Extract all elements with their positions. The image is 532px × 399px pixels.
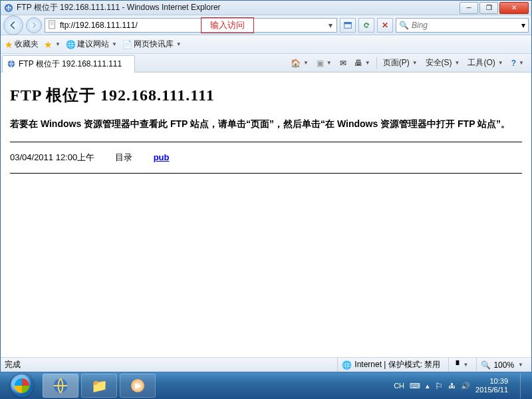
msg-bold: “在 Windows 资源管理器中打开 FTP 站点” xyxy=(321,118,501,129)
ie-small-icon xyxy=(7,59,16,68)
zoom-icon: 🔍 xyxy=(481,360,491,370)
search-dropdown[interactable]: ▾ xyxy=(521,21,525,30)
help-button[interactable]: ?▼ xyxy=(508,56,527,70)
clock-date: 2015/6/11 xyxy=(475,386,508,394)
favorites-button[interactable]: ★收藏夹 xyxy=(5,39,39,50)
msg-part: ，然后单击 xyxy=(274,118,321,129)
chevron-down-icon: ▼ xyxy=(176,41,182,47)
print-button[interactable]: 🖶▼ xyxy=(351,56,374,70)
window-controls: ─ ❐ ✕ xyxy=(460,2,529,14)
back-button[interactable] xyxy=(3,15,23,35)
tray-network-icon[interactable]: 🖧 xyxy=(448,382,456,390)
show-desktop-button[interactable] xyxy=(520,373,528,398)
titlebar: FTP 根位于 192.168.111.111 - Windows Intern… xyxy=(1,1,531,15)
msg-part: 。 xyxy=(501,118,510,129)
safety-menu[interactable]: 安全(S)▼ xyxy=(422,56,464,70)
mail-button[interactable]: ✉ xyxy=(336,56,350,70)
chevron-down-icon: ▼ xyxy=(455,60,460,66)
ie-window: FTP 根位于 192.168.111.111 - Windows Intern… xyxy=(0,0,532,372)
start-button[interactable] xyxy=(4,373,40,398)
rss-icon: ▣ xyxy=(317,59,324,68)
ime-indicator[interactable]: CH xyxy=(394,382,404,390)
chevron-down-icon: ▼ xyxy=(365,60,370,66)
home-icon: 🏠 xyxy=(291,59,301,68)
forward-button[interactable] xyxy=(26,17,42,33)
ie-icon xyxy=(3,3,14,13)
command-bar: 🏠▼ ▣▼ ✉ 🖶▼ 页面(P)▼ 安全(S)▼ 工具(O)▼ ?▼ xyxy=(287,56,531,70)
zoom-control[interactable]: 🔍100%▼ xyxy=(476,358,527,372)
tray-flag-icon[interactable]: ⚐ xyxy=(435,381,443,391)
page-label: 页面(P) xyxy=(383,57,410,68)
help-icon: ? xyxy=(511,59,516,68)
chevron-down-icon: ▼ xyxy=(112,41,117,47)
taskbar: 📁 ▶ CH ⌨ ▴ ⚐ 🖧 🔊 10:39 2015/6/11 xyxy=(0,372,532,399)
restore-button[interactable]: ❐ xyxy=(479,2,498,14)
separator xyxy=(376,57,377,69)
refresh-button[interactable] xyxy=(358,18,374,33)
globe-icon: 🌐 xyxy=(342,360,352,370)
shield-icon: ▝ xyxy=(453,360,459,370)
stop-button[interactable]: ✕ xyxy=(377,18,393,33)
tab-row: FTP 根位于 192.168.111.111 🏠▼ ▣▼ ✉ 🖶▼ 页面(P)… xyxy=(1,54,531,72)
entry-type: 目录 xyxy=(115,152,148,164)
page-content: FTP 根位于 192.168.111.111 若要在 Windows 资源管理… xyxy=(1,72,531,357)
nav-row: ▾ 输入访问 ✕ 🔍 ▾ xyxy=(1,15,531,35)
chevron-down-icon: ▼ xyxy=(519,60,524,66)
chevron-down-icon: ▼ xyxy=(518,362,523,368)
status-text: 完成 xyxy=(5,359,21,370)
taskbar-explorer[interactable]: 📁 xyxy=(81,374,117,398)
taskbar-mediaplayer[interactable]: ▶ xyxy=(120,374,156,398)
chevron-down-icon: ▼ xyxy=(412,60,418,66)
tools-menu[interactable]: 工具(O)▼ xyxy=(464,56,506,70)
windows-orb-icon xyxy=(11,374,33,397)
folder-icon: 📁 xyxy=(91,378,108,394)
feeds-button[interactable]: ▣▼ xyxy=(313,56,335,70)
star-add-icon: ★ xyxy=(44,39,53,50)
chevron-down-icon: ▼ xyxy=(55,41,61,47)
page-menu[interactable]: 页面(P)▼ xyxy=(380,56,421,70)
tray-keyboard-icon[interactable]: ⌨ xyxy=(410,382,420,390)
search-input[interactable] xyxy=(412,21,521,30)
chevron-down-icon: ▼ xyxy=(498,60,503,66)
clock-time: 10:39 xyxy=(475,377,508,386)
zoom-label: 100% xyxy=(493,360,514,370)
divider xyxy=(10,173,522,174)
tab-title: FTP 根位于 192.168.111.111 xyxy=(19,59,130,70)
mail-icon: ✉ xyxy=(340,59,346,68)
entry-datetime: 03/04/2011 12:00上午 xyxy=(10,152,110,164)
tray-volume-icon[interactable]: 🔊 xyxy=(461,382,470,390)
msg-bold: “页面” xyxy=(246,118,274,129)
star-icon: ★ xyxy=(5,39,13,50)
slice-icon: 📄 xyxy=(122,40,132,49)
chevron-down-icon: ▼ xyxy=(327,60,332,66)
svg-rect-2 xyxy=(344,22,352,24)
gallery-label: 网页快讯库 xyxy=(134,39,174,50)
instruction-text: 若要在 Windows 资源管理器中查看此 FTP 站点，请单击“页面”，然后单… xyxy=(10,116,522,132)
minimize-button[interactable]: ─ xyxy=(460,2,478,14)
address-input[interactable] xyxy=(60,21,326,30)
tray-up-icon[interactable]: ▴ xyxy=(426,382,430,390)
add-fav-button[interactable]: ★▼ xyxy=(44,39,61,50)
search-box[interactable]: 🔍 ▾ xyxy=(396,18,529,33)
security-zone[interactable]: 🌐Internet | 保护模式: 禁用 xyxy=(337,358,444,372)
tray-clock[interactable]: 10:39 2015/6/11 xyxy=(475,377,511,394)
page-heading: FTP 根位于 192.168.111.111 xyxy=(10,84,522,106)
home-button[interactable]: 🏠▼ xyxy=(287,56,312,70)
tab-ftp[interactable]: FTP 根位于 192.168.111.111 xyxy=(2,55,135,72)
web-slice-gallery[interactable]: 📄网页快讯库▼ xyxy=(122,39,182,50)
suggested-sites[interactable]: 🌐建议网站▼ xyxy=(66,39,117,50)
close-button[interactable]: ✕ xyxy=(499,2,529,14)
favorites-bar: ★收藏夹 ★▼ 🌐建议网站▼ 📄网页快讯库▼ xyxy=(1,35,531,54)
entry-link-pub[interactable]: pub xyxy=(154,152,170,162)
protected-mode-toggle[interactable]: ▝▼ xyxy=(448,358,472,372)
wmp-icon: ▶ xyxy=(131,379,144,392)
search-icon: 🔍 xyxy=(399,21,409,30)
taskbar-ie[interactable] xyxy=(43,374,78,398)
address-dropdown[interactable]: ▾ xyxy=(326,21,335,30)
ie-small-icon: 🌐 xyxy=(66,40,76,49)
suggested-label: 建议网站 xyxy=(77,39,109,50)
chevron-down-icon: ▼ xyxy=(463,362,468,368)
address-bar[interactable]: ▾ 输入访问 xyxy=(45,18,337,33)
compat-view-button[interactable] xyxy=(340,18,356,33)
system-tray: CH ⌨ ▴ ⚐ 🖧 🔊 10:39 2015/6/11 xyxy=(394,373,528,398)
